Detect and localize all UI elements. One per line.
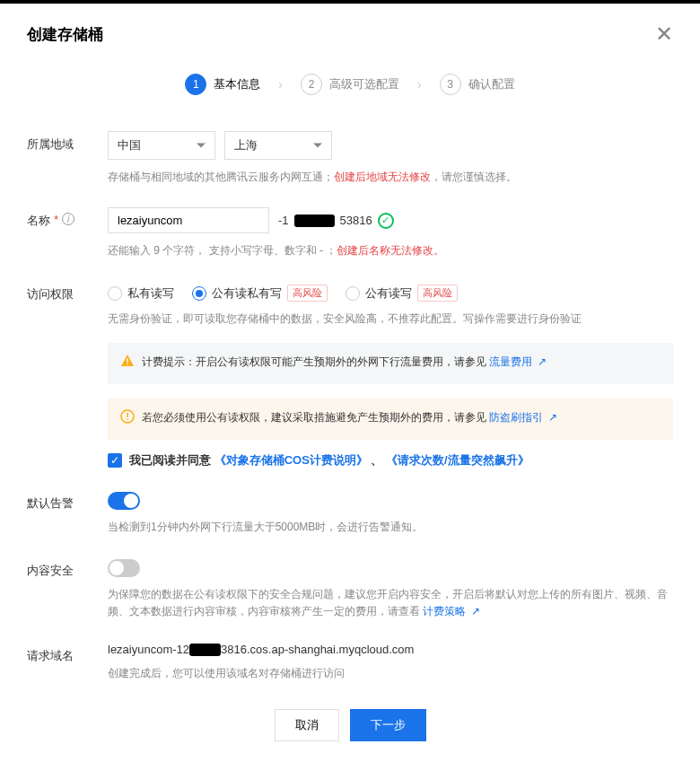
step-label: 高级可选配置 bbox=[329, 76, 399, 92]
antisteal-notice: 若您必须使用公有读权限，建议采取措施避免产生预期外的费用，请参见 防盗刷指引 ↗ bbox=[108, 399, 673, 440]
next-button[interactable]: 下一步 bbox=[350, 709, 426, 741]
step-number: 1 bbox=[185, 74, 206, 95]
cancel-button[interactable]: 取消 bbox=[275, 709, 339, 741]
chevron-right-icon: › bbox=[417, 77, 422, 92]
radio-public-read[interactable]: 公有读私有写 高风险 bbox=[192, 285, 328, 302]
bucket-name-suffix: -153816 ✓ bbox=[278, 213, 394, 229]
access-row: 访问权限 私有读写 公有读私有写 高风险 公有读写 高风险 无需身份验证，即 bbox=[27, 281, 673, 469]
required-indicator: * bbox=[54, 213, 58, 226]
alarm-row: 默认告警 当检测到1分钟内外网下行流量大于5000MB时，会进行告警通知。 bbox=[27, 490, 673, 536]
content-security-hint: 为保障您的数据在公有读权限下的安全合规问题，建议您开启内容安全，开启后将默认对您… bbox=[108, 586, 673, 620]
domain-label: 请求域名 bbox=[27, 643, 108, 683]
radio-icon bbox=[346, 286, 360, 301]
domain-hint: 创建完成后，您可以使用该域名对存储桶进行访问 bbox=[108, 665, 673, 682]
radio-private[interactable]: 私有读写 bbox=[108, 285, 174, 302]
warning-circle-icon bbox=[120, 409, 135, 429]
traffic-surge-link[interactable]: 《请求次数/流量突然飙升》 bbox=[386, 453, 529, 467]
alarm-toggle[interactable] bbox=[108, 492, 140, 510]
step-number: 2 bbox=[301, 74, 322, 95]
risk-badge: 高风险 bbox=[417, 285, 458, 302]
modal-title: 创建存储桶 bbox=[27, 24, 103, 45]
modal-header: 创建存储桶 ✕ bbox=[27, 22, 673, 47]
access-hint: 无需身份验证，即可读取您存储桶中的数据，安全风险高，不推荐此配置。写操作需要进行… bbox=[108, 311, 673, 328]
warning-triangle-icon bbox=[120, 354, 135, 373]
name-label: 名称 * i bbox=[27, 207, 108, 259]
radio-icon bbox=[192, 286, 206, 301]
risk-badge: 高风险 bbox=[287, 285, 328, 302]
traffic-fee-link[interactable]: 流量费用 ↗ bbox=[489, 355, 546, 368]
step-wizard: 1 基本信息 › 2 高级可选配置 › 3 确认配置 bbox=[27, 74, 673, 95]
access-label: 访问权限 bbox=[27, 281, 108, 469]
city-select[interactable]: 上海 bbox=[224, 131, 332, 160]
svg-rect-1 bbox=[127, 363, 127, 364]
redacted-text bbox=[294, 215, 335, 227]
name-row: 名称 * i -153816 ✓ 还能输入 9 个字符， 支持小写字母、数字和 … bbox=[27, 207, 673, 259]
antisteal-link[interactable]: 防盗刷指引 ↗ bbox=[489, 411, 556, 424]
content-security-toggle[interactable] bbox=[108, 559, 140, 577]
domain-row: 请求域名 lezaiyuncom-123816.cos.ap-shanghai.… bbox=[27, 643, 673, 683]
external-link-icon: ↗ bbox=[538, 354, 547, 371]
region-row: 所属地域 中国 上海 存储桶与相同地域的其他腾讯云服务内网互通；创建后地域无法修… bbox=[27, 131, 673, 186]
bucket-name-input[interactable] bbox=[108, 207, 269, 233]
redacted-text bbox=[189, 644, 221, 656]
alarm-hint: 当检测到1分钟内外网下行流量大于5000MB时，会进行告警通知。 bbox=[108, 519, 673, 536]
step-advanced[interactable]: 2 高级可选配置 bbox=[301, 74, 399, 95]
modal-footer: 取消 下一步 bbox=[27, 709, 673, 741]
step-number: 3 bbox=[440, 74, 461, 95]
content-security-row: 内容安全 为保障您的数据在公有读权限下的安全合规问题，建议您开启内容安全，开启后… bbox=[27, 557, 673, 620]
billing-doc-link[interactable]: 《对象存储桶COS计费说明》 bbox=[214, 453, 368, 467]
alarm-label: 默认告警 bbox=[27, 490, 108, 536]
region-hint: 存储桶与相同地域的其他腾讯云服务内网互通；创建后地域无法修改，请您谨慎选择。 bbox=[108, 169, 673, 186]
radio-public-rw[interactable]: 公有读写 高风险 bbox=[346, 285, 458, 302]
svg-rect-3 bbox=[127, 413, 127, 417]
create-bucket-modal: 创建存储桶 ✕ 1 基本信息 › 2 高级可选配置 › 3 确认配置 所属地域 … bbox=[0, 0, 700, 762]
close-button[interactable]: ✕ bbox=[655, 22, 673, 47]
step-label: 确认配置 bbox=[468, 76, 515, 92]
domain-value: lezaiyuncom-123816.cos.ap-shanghai.myqcl… bbox=[108, 643, 673, 657]
country-select[interactable]: 中国 bbox=[108, 131, 215, 160]
external-link-icon: ↗ bbox=[471, 603, 480, 620]
access-radio-group: 私有读写 公有读私有写 高风险 公有读写 高风险 bbox=[108, 285, 673, 302]
chevron-right-icon: › bbox=[278, 77, 283, 92]
info-icon[interactable]: i bbox=[62, 213, 74, 225]
agreement-checkbox[interactable]: ✓ bbox=[108, 453, 122, 468]
region-label: 所属地域 bbox=[27, 131, 108, 186]
check-icon: ✓ bbox=[378, 213, 394, 229]
step-basic[interactable]: 1 基本信息 bbox=[185, 74, 260, 95]
billing-notice: 计费提示：开启公有读权限可能产生预期外的外网下行流量费用，请参见 流量费用 ↗ bbox=[108, 343, 673, 384]
step-label: 基本信息 bbox=[214, 76, 260, 92]
svg-rect-4 bbox=[127, 418, 127, 419]
agreement-row: ✓ 我已阅读并同意 《对象存储桶COS计费说明》 、 《请求次数/流量突然飙升》 bbox=[108, 452, 673, 469]
external-link-icon: ↗ bbox=[548, 409, 557, 426]
name-hint: 还能输入 9 个字符， 支持小写字母、数字和 - ；创建后名称无法修改。 bbox=[108, 242, 673, 259]
content-security-label: 内容安全 bbox=[27, 557, 108, 620]
radio-icon bbox=[108, 286, 122, 301]
step-confirm[interactable]: 3 确认配置 bbox=[440, 74, 515, 95]
pricing-policy-link[interactable]: 计费策略 ↗ bbox=[423, 605, 479, 617]
svg-rect-0 bbox=[127, 358, 127, 363]
